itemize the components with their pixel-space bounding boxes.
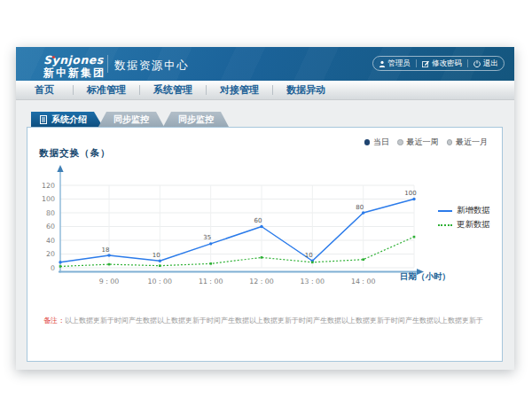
edit-icon: [422, 60, 429, 67]
tab-system-intro[interactable]: 系统介绍: [31, 112, 103, 127]
tab-sync-monitor-2[interactable]: 同步监控: [163, 112, 229, 127]
svg-text:100: 100: [42, 195, 55, 203]
svg-text:40: 40: [46, 237, 55, 245]
svg-text:80: 80: [46, 209, 55, 217]
legend-item-new-data: 新增数据: [438, 206, 490, 215]
nav-item-standard-mgmt[interactable]: 标准管理: [74, 83, 139, 97]
svg-text:120: 120: [42, 182, 55, 190]
app-window: Synjones 新中新集团 数据资源中心 管理员 修改密码 退出 首页 标准管…: [16, 47, 514, 370]
logo-red-dot-icon: [52, 56, 56, 59]
svg-text:35: 35: [203, 234, 211, 241]
svg-text:12 : 00: 12 : 00: [249, 278, 273, 286]
svg-text:80: 80: [356, 204, 364, 211]
content-area: 系统介绍 同步监控 同步监控 当日 最近一周 最近一月 数据交换: [16, 100, 514, 370]
svg-text:10: 10: [305, 252, 313, 259]
svg-text:13 : 00: 13 : 00: [301, 278, 325, 286]
svg-text:10: 10: [153, 252, 160, 259]
svg-text:20: 20: [46, 250, 55, 258]
tab-sync-monitor-1[interactable]: 同步监控: [98, 112, 164, 127]
footnote-prefix: 备注：: [43, 317, 65, 325]
power-icon: [473, 60, 481, 67]
svg-text:60: 60: [254, 217, 262, 224]
logout-button[interactable]: 退出: [468, 59, 504, 69]
line-chart: 0204060801001209 : 0010 : 0011 : 0012 : …: [27, 128, 502, 361]
tab-bar: 系统介绍 同步监控 同步监控: [31, 112, 229, 127]
logo-text-cn: 新中新集团: [43, 67, 106, 80]
x-axis-title: 日期（小时）: [400, 271, 450, 283]
change-password-button[interactable]: 修改密码: [417, 59, 467, 69]
svg-text:0: 0: [51, 264, 55, 272]
footnote: 备注：以上数据更新于时间产生数据以上数据更新于时间产生数据以上数据更新于时间产生…: [43, 316, 483, 325]
nav-item-home[interactable]: 首页: [16, 83, 73, 97]
page-title: 数据资源中心: [114, 59, 189, 74]
chart-legend: 新增数据 更新数据: [438, 206, 490, 230]
user-toolbar: 管理员 修改密码 退出: [372, 56, 505, 71]
svg-text:10 : 00: 10 : 00: [148, 278, 172, 286]
svg-text:60: 60: [46, 223, 55, 231]
svg-text:18: 18: [102, 246, 110, 254]
chart-panel: 当日 最近一周 最近一月 数据交换（条） 0204060801001209 : …: [27, 127, 503, 362]
svg-text:14 : 00: 14 : 00: [351, 278, 375, 286]
legend-item-update-data: 更新数据: [438, 220, 490, 230]
nav-item-system-mgmt[interactable]: 系统管理: [140, 83, 206, 97]
nav-item-data-change[interactable]: 数据异动: [273, 83, 339, 97]
main-nav: 首页 标准管理 系统管理 对接管理 数据异动: [16, 81, 514, 100]
user-menu[interactable]: 管理员: [373, 59, 417, 69]
app-header: Synjones 新中新集团 数据资源中心 管理员 修改密码 退出: [16, 47, 514, 81]
svg-text:9 : 00: 9 : 00: [99, 278, 120, 286]
nav-item-interface-mgmt[interactable]: 对接管理: [207, 83, 272, 97]
svg-text:100: 100: [404, 190, 416, 197]
company-logo: Synjones 新中新集团: [43, 51, 106, 80]
logo-text-en: Synjones: [43, 54, 104, 66]
document-icon: [40, 115, 47, 124]
user-icon: [379, 60, 386, 67]
legend-line-solid-icon: [438, 210, 452, 212]
header-divider: [107, 55, 108, 73]
legend-line-dotted-icon: [438, 224, 452, 226]
svg-text:11 : 00: 11 : 00: [199, 278, 223, 286]
